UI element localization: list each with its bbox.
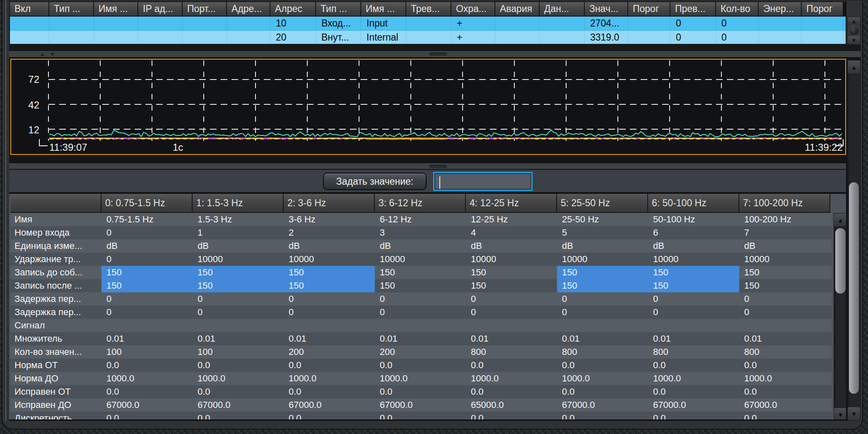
scroll-down-button[interactable]: ▼ bbox=[848, 36, 860, 44]
table-cell[interactable]: Input bbox=[361, 17, 406, 30]
param-cell[interactable]: 10000 bbox=[466, 253, 557, 266]
param-cell[interactable]: 0.0 bbox=[101, 359, 193, 372]
param-cell[interactable]: 800 bbox=[466, 345, 557, 359]
param-row-label[interactable]: Норма ДО bbox=[10, 372, 101, 385]
scroll-thumb[interactable] bbox=[849, 26, 859, 36]
param-cell[interactable]: 10000 bbox=[284, 253, 375, 266]
set-value-button[interactable]: Задать значение: bbox=[323, 173, 427, 190]
param-cell[interactable]: 0.01 bbox=[557, 332, 648, 345]
scroll-up-button[interactable]: ▲ bbox=[834, 213, 847, 227]
signal-chart[interactable]: 72 42 12 11:39:07 1с 11:39:22 bbox=[10, 59, 846, 155]
table-cell[interactable] bbox=[406, 31, 451, 44]
param-cell[interactable]: 0.0 bbox=[739, 385, 830, 398]
param-column-header[interactable]: 1: 1.5-3 Hz bbox=[193, 194, 284, 213]
param-cell[interactable]: 1 bbox=[193, 226, 284, 239]
table-cell[interactable] bbox=[759, 31, 802, 44]
param-cell[interactable] bbox=[193, 319, 284, 332]
param-cell[interactable]: 0.0 bbox=[193, 359, 284, 372]
param-row-label[interactable]: Исправен ДО bbox=[10, 398, 101, 412]
param-cell[interactable]: 1000.0 bbox=[648, 372, 739, 385]
device-table-scrollbar[interactable]: ▲ ▼ bbox=[847, 17, 861, 45]
column-header[interactable]: Вкл bbox=[10, 2, 49, 17]
column-header[interactable]: Прев... bbox=[670, 2, 716, 17]
param-cell[interactable]: 7 bbox=[739, 226, 830, 239]
param-cell[interactable]: 6-12 Hz bbox=[375, 213, 466, 226]
param-cell[interactable]: 0 bbox=[284, 292, 375, 306]
param-column-header[interactable]: 3: 6-12 Hz bbox=[375, 194, 466, 213]
param-cell[interactable]: 1000.0 bbox=[193, 372, 284, 385]
param-cell[interactable]: dB bbox=[375, 239, 466, 253]
collapse-up-icon[interactable]: ▲ bbox=[40, 51, 45, 57]
column-header[interactable]: Имя ... bbox=[94, 2, 138, 17]
param-cell[interactable]: 25-50 Hz bbox=[557, 213, 648, 226]
column-header[interactable]: Порог bbox=[802, 2, 844, 17]
param-row-label[interactable]: Исправен ОТ bbox=[10, 385, 101, 398]
param-cell[interactable]: 0.0 bbox=[466, 412, 557, 421]
param-cell[interactable]: 150 bbox=[557, 279, 648, 292]
param-cell[interactable]: 1000.0 bbox=[466, 372, 557, 385]
table-row[interactable]: 10Вход...Input+2704...00 bbox=[10, 17, 846, 30]
param-cell[interactable]: dB bbox=[101, 239, 193, 253]
param-cell[interactable]: 6 bbox=[648, 226, 739, 239]
param-cell[interactable]: 0.0 bbox=[193, 412, 284, 421]
param-cell[interactable]: dB bbox=[557, 239, 648, 253]
param-cell[interactable]: 0.0 bbox=[648, 385, 739, 398]
table-cell[interactable] bbox=[802, 17, 844, 30]
param-cell[interactable]: 0.0 bbox=[739, 359, 830, 372]
param-cell[interactable]: 150 bbox=[648, 279, 739, 292]
param-cell[interactable]: 1000.0 bbox=[739, 372, 830, 385]
param-cell[interactable]: 0 bbox=[284, 306, 375, 319]
param-cell[interactable]: 100-200 Hz bbox=[739, 213, 830, 226]
column-header[interactable]: Энер... bbox=[759, 2, 802, 17]
value-input[interactable] bbox=[435, 174, 531, 189]
table-cell[interactable]: Вход... bbox=[316, 17, 361, 30]
param-row-label[interactable]: Норма ОТ bbox=[10, 359, 101, 372]
param-row-label[interactable]: Запись после ... bbox=[10, 279, 101, 292]
param-row-label[interactable]: Кол-во значен... bbox=[10, 345, 101, 359]
splitter-bottom[interactable] bbox=[9, 162, 861, 170]
table-cell[interactable] bbox=[628, 31, 670, 44]
param-cell[interactable]: 65000.0 bbox=[466, 398, 557, 412]
param-cell[interactable]: 0 bbox=[101, 226, 193, 239]
param-cell[interactable]: 2 bbox=[284, 226, 375, 239]
param-cell[interactable]: 0 bbox=[375, 306, 466, 319]
table-cell[interactable]: 10 bbox=[270, 17, 316, 30]
table-cell[interactable] bbox=[406, 17, 451, 30]
table-cell[interactable] bbox=[628, 17, 670, 30]
param-cell[interactable]: 0.01 bbox=[648, 332, 739, 345]
param-row-label[interactable]: Задержка пер... bbox=[10, 292, 101, 306]
param-cell[interactable]: 800 bbox=[739, 345, 830, 359]
table-cell[interactable] bbox=[540, 17, 585, 30]
param-cell[interactable]: 150 bbox=[466, 279, 557, 292]
param-cell[interactable] bbox=[375, 319, 466, 332]
param-row-label[interactable]: Дискретность bbox=[10, 412, 101, 421]
param-cell[interactable]: 10000 bbox=[375, 253, 466, 266]
param-cell[interactable]: 4 bbox=[466, 226, 557, 239]
param-cell[interactable]: 0.0 bbox=[193, 385, 284, 398]
scroll-track[interactable] bbox=[848, 74, 860, 407]
param-cell[interactable]: 150 bbox=[193, 266, 284, 279]
param-cell[interactable]: 50-100 Hz bbox=[648, 213, 739, 226]
param-cell[interactable]: 0.0 bbox=[375, 412, 466, 421]
param-row-label[interactable]: Ударжание тр... bbox=[10, 253, 101, 266]
param-cell[interactable]: dB bbox=[739, 239, 830, 253]
splitter-grip[interactable] bbox=[429, 165, 447, 169]
column-header[interactable]: Адре... bbox=[227, 2, 270, 17]
scroll-thumb[interactable] bbox=[834, 227, 846, 294]
param-cell[interactable]: 1000.0 bbox=[557, 372, 648, 385]
param-column-header[interactable]: 6: 50-100 Hz bbox=[648, 194, 739, 213]
param-cell[interactable]: 0 bbox=[101, 292, 193, 306]
column-header[interactable]: Охра... bbox=[451, 2, 495, 17]
column-header[interactable]: Имя ... bbox=[361, 2, 406, 17]
column-header[interactable]: Кол-во bbox=[716, 2, 759, 17]
param-cell[interactable]: 0.0 bbox=[101, 385, 193, 398]
param-cell[interactable]: 0.0 bbox=[648, 412, 739, 421]
param-cell[interactable]: 0.0 bbox=[284, 412, 375, 421]
param-row-label[interactable]: Номер входа bbox=[10, 226, 101, 239]
table-cell[interactable] bbox=[495, 17, 540, 30]
param-cell[interactable]: 150 bbox=[466, 266, 557, 279]
param-cell[interactable]: 0.01 bbox=[193, 332, 284, 345]
table-cell[interactable]: + bbox=[451, 31, 495, 44]
splitter-grip[interactable] bbox=[429, 53, 447, 56]
param-cell[interactable]: 67000.0 bbox=[284, 398, 375, 412]
